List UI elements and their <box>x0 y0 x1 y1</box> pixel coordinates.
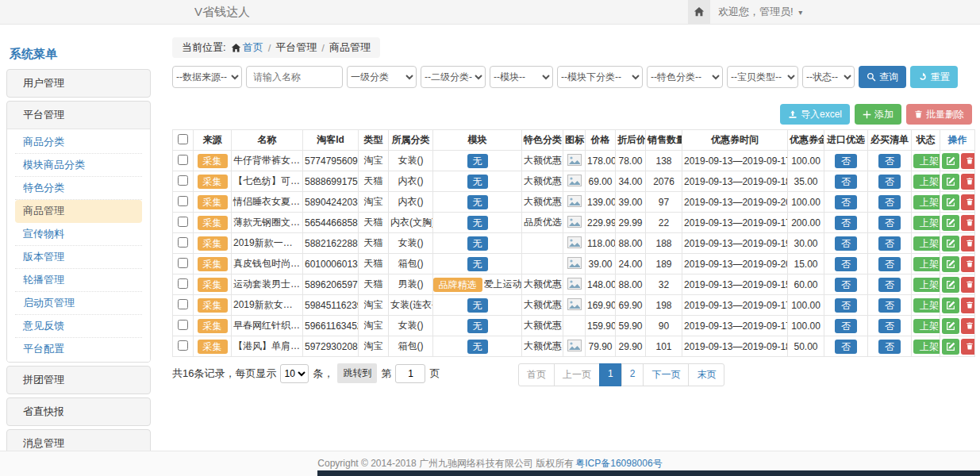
row-checkbox[interactable] <box>178 155 188 165</box>
import-select-toggle[interactable]: 否 <box>835 154 857 168</box>
status-toggle[interactable]: 上架 <box>913 175 940 189</box>
must-buy-toggle[interactable]: 否 <box>878 278 901 292</box>
import-select-toggle[interactable]: 否 <box>835 340 857 354</box>
delete-button[interactable] <box>961 174 975 190</box>
sidebar-item[interactable]: 用户管理 <box>7 70 150 97</box>
filter-select[interactable]: --二级分类-- <box>421 66 486 88</box>
sidebar-subitem[interactable]: 特色分类 <box>15 177 142 200</box>
jump-button[interactable]: 跳转到 <box>337 363 377 383</box>
row-checkbox[interactable] <box>178 258 188 268</box>
must-buy-toggle[interactable]: 否 <box>878 216 901 230</box>
edit-button[interactable] <box>942 174 959 190</box>
must-buy-toggle[interactable]: 否 <box>878 195 901 209</box>
user-menu[interactable]: 欢迎您，管理员! ▾ <box>718 0 802 25</box>
must-buy-toggle[interactable]: 否 <box>878 236 901 251</box>
delete-button[interactable] <box>961 256 975 272</box>
sidebar-item[interactable]: 消息管理 <box>7 430 150 451</box>
edit-button[interactable] <box>942 277 959 293</box>
pager-button[interactable]: 1 <box>599 363 622 386</box>
breadcrumb-home-link[interactable]: 首页 <box>243 40 263 55</box>
batch-delete-button[interactable]: 批量删除 <box>906 104 972 125</box>
filter-select[interactable]: --状态-- <box>802 66 855 88</box>
sidebar-subitem[interactable]: 版本管理 <box>15 246 142 269</box>
sidebar-subitem[interactable]: 轮播管理 <box>15 269 142 292</box>
import-select-toggle[interactable]: 否 <box>835 236 857 251</box>
status-toggle[interactable]: 上架 <box>913 195 940 209</box>
sidebar-subitem[interactable]: 商品分类 <box>15 131 142 154</box>
import-select-toggle[interactable]: 否 <box>835 175 857 189</box>
import-select-toggle[interactable]: 否 <box>835 257 857 271</box>
select-all-checkbox[interactable] <box>178 134 188 144</box>
sidebar-item[interactable]: 拼团管理 <box>7 367 150 393</box>
delete-button[interactable] <box>961 339 975 355</box>
icp-link[interactable]: 粤ICP备16098006号 <box>575 457 662 470</box>
import-select-toggle[interactable]: 否 <box>835 278 857 292</box>
delete-button[interactable] <box>961 236 975 251</box>
import-select-toggle[interactable]: 否 <box>835 319 857 333</box>
filter-select[interactable]: 一级分类 <box>347 66 417 88</box>
query-button[interactable]: 查询 <box>859 66 906 88</box>
status-toggle[interactable]: 上架 <box>913 236 940 251</box>
edit-button[interactable] <box>942 298 959 313</box>
status-toggle[interactable]: 上架 <box>913 257 940 271</box>
import-select-toggle[interactable]: 否 <box>835 195 857 209</box>
reset-button[interactable]: 重置 <box>910 66 958 88</box>
edit-button[interactable] <box>942 153 959 169</box>
must-buy-toggle[interactable]: 否 <box>878 298 901 313</box>
must-buy-toggle[interactable]: 否 <box>878 257 901 271</box>
row-checkbox[interactable] <box>178 340 188 351</box>
status-toggle[interactable]: 上架 <box>913 278 940 292</box>
status-toggle[interactable]: 上架 <box>913 154 940 168</box>
delete-button[interactable] <box>961 194 975 210</box>
delete-button[interactable] <box>961 277 975 293</box>
row-checkbox[interactable] <box>178 175 188 186</box>
filter-select[interactable]: --特色分类-- <box>647 66 723 88</box>
edit-button[interactable] <box>942 194 959 210</box>
edit-button[interactable] <box>942 318 959 334</box>
import-select-toggle[interactable]: 否 <box>835 298 857 313</box>
delete-button[interactable] <box>961 318 975 334</box>
delete-button[interactable] <box>961 215 975 231</box>
must-buy-toggle[interactable]: 否 <box>878 319 901 333</box>
edit-button[interactable] <box>942 339 959 355</box>
name-search-input[interactable] <box>246 66 343 88</box>
row-checkbox[interactable] <box>178 299 188 309</box>
pager-button[interactable]: 2 <box>621 363 644 386</box>
status-toggle[interactable]: 上架 <box>913 319 940 333</box>
pager-button[interactable]: 下一页 <box>643 363 689 386</box>
nav-home-button[interactable] <box>688 0 710 24</box>
add-button[interactable]: 添加 <box>855 104 901 125</box>
sidebar-item[interactable]: 平台管理 <box>7 102 150 129</box>
filter-select[interactable]: --模块-- <box>490 66 553 88</box>
filter-select[interactable]: --宝贝类型-- <box>727 66 798 88</box>
edit-button[interactable] <box>942 256 959 272</box>
import-select-toggle[interactable]: 否 <box>835 216 857 230</box>
sidebar-subitem[interactable]: 启动页管理 <box>15 292 142 315</box>
sidebar-subitem[interactable]: 意见反馈 <box>15 315 142 338</box>
must-buy-toggle[interactable]: 否 <box>878 340 901 354</box>
pager-button[interactable]: 末页 <box>688 363 724 386</box>
edit-button[interactable] <box>942 215 959 231</box>
sidebar-subitem[interactable]: 商品管理 <box>15 200 142 223</box>
sidebar-subitem[interactable]: 平台配置 <box>15 338 142 360</box>
sidebar-item[interactable]: 省直快报 <box>7 398 150 425</box>
delete-button[interactable] <box>961 298 975 313</box>
filter-select[interactable]: --数据来源-- <box>172 66 242 88</box>
import-excel-button[interactable]: 导入excel <box>780 104 850 125</box>
row-checkbox[interactable] <box>178 196 188 206</box>
jump-page-input[interactable] <box>395 364 425 383</box>
status-toggle[interactable]: 上架 <box>913 298 940 313</box>
must-buy-toggle[interactable]: 否 <box>878 175 901 189</box>
must-buy-toggle[interactable]: 否 <box>878 154 901 168</box>
sidebar-subitem[interactable]: 模块商品分类 <box>15 154 142 177</box>
page-size-select[interactable]: 10 <box>280 364 309 383</box>
edit-button[interactable] <box>942 236 959 251</box>
delete-button[interactable] <box>961 153 975 169</box>
sidebar-subitem[interactable]: 宣传物料 <box>15 223 142 246</box>
filter-select[interactable]: --模块下分类-- <box>557 66 643 88</box>
row-checkbox[interactable] <box>178 278 188 289</box>
row-checkbox[interactable] <box>178 320 188 330</box>
row-checkbox[interactable] <box>178 237 188 248</box>
status-toggle[interactable]: 上架 <box>913 340 940 354</box>
row-checkbox[interactable] <box>178 217 188 227</box>
